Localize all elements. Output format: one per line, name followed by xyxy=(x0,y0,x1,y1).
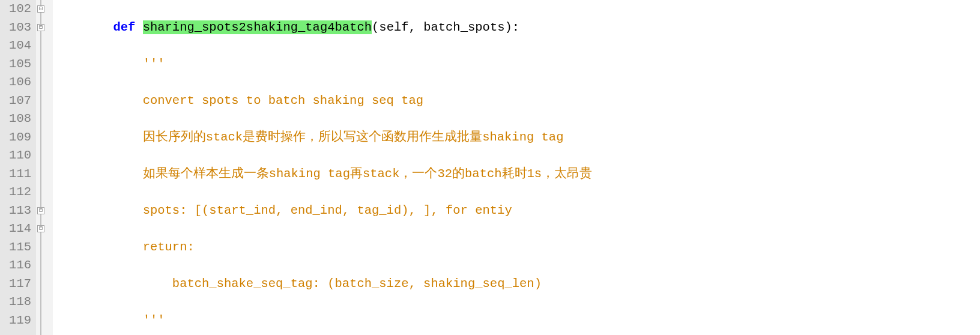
docstring-text: spots: [(start_ind, end_ind, tag_id), ],… xyxy=(143,204,512,217)
code-area[interactable]: def sharing_spots2shaking_tag4batch(self… xyxy=(53,0,980,335)
fold-toggle-icon[interactable]: ⊟ xyxy=(37,225,44,232)
line-number[interactable]: 102 xyxy=(0,0,31,19)
fold-strip: ⊟ ⊟ ⊟ ⊟ xyxy=(36,0,53,335)
docstring-text: return: xyxy=(143,240,202,254)
line-number[interactable]: 105 xyxy=(0,55,31,74)
docstring-close: ''' xyxy=(143,313,165,327)
line-number[interactable]: 104 xyxy=(0,37,31,55)
docstring-text: convert spots to batch shaking seq tag xyxy=(143,94,423,107)
line-number[interactable]: 119 xyxy=(0,312,31,330)
line-number-gutter: 102 103 104 105 106 107 108 109 110 111 … xyxy=(0,0,36,335)
line-number[interactable]: 116 xyxy=(0,256,31,275)
line-number[interactable]: 108 xyxy=(0,110,31,128)
code-line[interactable]: ''' xyxy=(54,312,980,330)
line-number[interactable]: 118 xyxy=(0,293,31,312)
line-number[interactable]: 114 xyxy=(0,220,31,238)
line-number[interactable]: 113 xyxy=(0,202,31,220)
code-line[interactable]: ''' xyxy=(54,55,980,74)
line-number[interactable]: 109 xyxy=(0,128,31,147)
code-line[interactable]: return: xyxy=(54,238,980,257)
line-number[interactable]: 115 xyxy=(0,238,31,257)
line-number[interactable]: 111 xyxy=(0,165,31,184)
code-line[interactable]: convert spots to batch shaking seq tag xyxy=(54,92,980,110)
code-line[interactable]: 因长序列的stack是费时操作，所以写这个函数用作生成批量shaking tag xyxy=(54,128,980,147)
docstring-text: 如果每个样本生成一条shaking tag再stack，一个32的batch耗时… xyxy=(143,167,593,181)
line-number[interactable]: 112 xyxy=(0,183,31,202)
docstring-text: 因长序列的stack是费时操作，所以写这个函数用作生成批量shaking tag xyxy=(143,130,564,144)
highlighted-function-name: sharing_spots2shaking_tag4batch xyxy=(143,20,372,34)
fold-toggle-icon[interactable]: ⊟ xyxy=(37,207,44,214)
keyword-def: def xyxy=(113,20,135,34)
docstring-open: ''' xyxy=(143,57,165,71)
line-number[interactable]: 110 xyxy=(0,146,31,165)
fold-toggle-icon[interactable]: ⊟ xyxy=(37,24,44,31)
line-number[interactable]: 103 xyxy=(0,19,31,37)
line-number[interactable]: 117 xyxy=(0,275,31,294)
line-number[interactable]: 107 xyxy=(0,92,31,110)
code-line[interactable]: def sharing_spots2shaking_tag4batch(self… xyxy=(54,19,980,37)
code-editor: 102 103 104 105 106 107 108 109 110 111 … xyxy=(0,0,980,335)
line-number[interactable]: 106 xyxy=(0,73,31,92)
fold-toggle-icon[interactable]: ⊟ xyxy=(37,5,44,13)
code-line[interactable]: 如果每个样本生成一条shaking tag再stack，一个32的batch耗时… xyxy=(54,165,980,184)
docstring-text: batch_shake_seq_tag: (batch_size, shakin… xyxy=(172,277,542,291)
code-line[interactable]: spots: [(start_ind, end_ind, tag_id), ],… xyxy=(54,202,980,220)
code-line[interactable]: batch_shake_seq_tag: (batch_size, shakin… xyxy=(54,275,980,294)
